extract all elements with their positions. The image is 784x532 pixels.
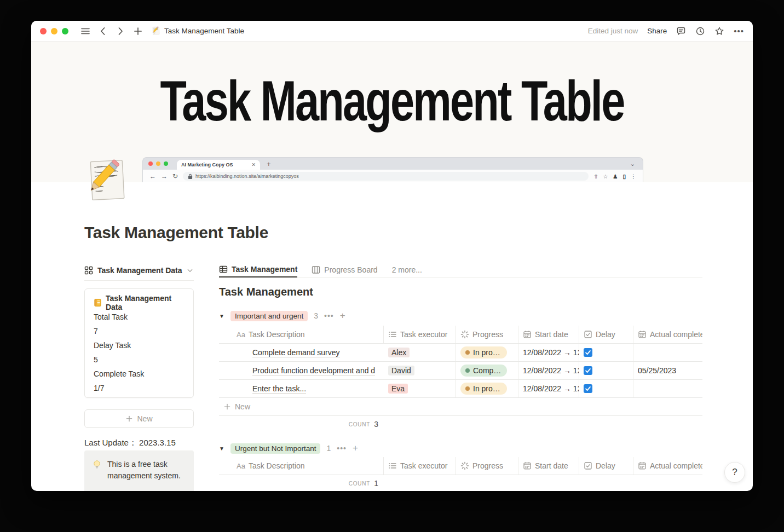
cell-description[interactable]: Complete demand survey xyxy=(219,344,384,361)
table-header-row: Aa Task Description Task executor Progre… xyxy=(219,457,702,475)
column-header-progress[interactable]: Progress xyxy=(456,326,518,343)
tab-close-icon: ✕ xyxy=(251,162,256,167)
cell-delay[interactable] xyxy=(579,362,633,379)
minimize-window-button[interactable] xyxy=(51,28,57,34)
count-calculation[interactable]: COUNT 3 xyxy=(219,416,384,432)
cell-progress[interactable]: Completed xyxy=(456,362,518,379)
cell-start-date[interactable]: 12/08/2022 → 12 xyxy=(518,362,579,379)
close-window-button[interactable] xyxy=(40,28,47,34)
group-add-icon[interactable]: + xyxy=(340,310,345,321)
column-header-progress[interactable]: Progress xyxy=(456,457,518,475)
zoom-window-button[interactable] xyxy=(62,28,68,34)
count-calculation[interactable]: COUNT 1 xyxy=(219,475,384,491)
column-header-actual-complete[interactable]: Actual complete xyxy=(633,457,702,475)
cell-description[interactable]: Product function development and d xyxy=(219,362,384,379)
column-header-start-date[interactable]: Start date xyxy=(518,457,579,475)
table-view-icon xyxy=(219,265,228,274)
stat-value: 5 xyxy=(94,352,185,367)
checked-checkbox[interactable] xyxy=(584,384,592,393)
browser-minimize-dot xyxy=(156,161,160,166)
cell-executor[interactable]: David xyxy=(384,362,456,379)
favorite-star-icon[interactable] xyxy=(714,26,724,36)
stat-label: Total Task xyxy=(94,310,185,324)
browser-zoom-dot xyxy=(164,161,168,166)
cell-progress[interactable]: In progress xyxy=(456,380,518,397)
calendar-icon xyxy=(523,330,532,339)
checked-checkbox[interactable] xyxy=(584,366,592,375)
cell-delay[interactable] xyxy=(579,380,633,397)
list-icon xyxy=(388,330,397,339)
summary-card[interactable]: Task Management Data Total Task 7 Delay … xyxy=(84,288,194,398)
column-header-start-date[interactable]: Start date xyxy=(518,326,579,343)
group-options-icon[interactable]: ••• xyxy=(337,444,347,453)
cell-actual-complete[interactable]: 05/25/2023 xyxy=(633,362,702,379)
add-row-button[interactable]: New xyxy=(219,398,702,416)
group-count: 3 xyxy=(314,311,318,320)
comments-icon[interactable] xyxy=(676,26,686,36)
breadcrumb[interactable]: Task Management Table xyxy=(152,26,244,36)
tab-more-views[interactable]: 2 more... xyxy=(392,262,422,277)
stat-label: Delay Task xyxy=(94,338,185,352)
cell-actual-complete[interactable] xyxy=(633,380,702,397)
group-tag[interactable]: Urgent but Not Important xyxy=(230,443,321,454)
status-pill: In progress xyxy=(460,383,507,395)
browser-share-icon: ⇧ xyxy=(593,174,598,180)
cell-delay[interactable] xyxy=(579,344,633,361)
checked-checkbox[interactable] xyxy=(584,348,592,357)
checkbox-icon xyxy=(584,330,592,339)
text-type-icon: Aa xyxy=(237,462,245,470)
status-spinner-icon xyxy=(460,461,469,470)
page-icon-memo[interactable] xyxy=(86,158,129,205)
browser-tab-title: AI Marketing Copy OS xyxy=(181,162,251,167)
column-header-actual-complete[interactable]: Actual complete xyxy=(633,326,702,343)
more-options-icon[interactable]: ••• xyxy=(734,26,744,36)
database-title[interactable]: Task Management xyxy=(219,286,313,298)
cell-start-date[interactable]: 12/08/2022 → 12 xyxy=(518,344,579,361)
notion-app-window: Task Management Table Edited just now Sh… xyxy=(31,21,753,491)
group-tag[interactable]: Important and urgent xyxy=(230,311,308,321)
left-column-divider xyxy=(84,280,194,281)
page-title[interactable]: Task Management Table xyxy=(84,223,268,242)
browser-bookmark-icon: ☆ xyxy=(603,174,608,180)
column-header-description[interactable]: Aa Task Description xyxy=(219,326,384,343)
browser-toolbar-icons: ⇧ ☆ ♟ ▯ ⋮ xyxy=(593,174,636,180)
table-row: Product function development and d David… xyxy=(219,362,702,380)
column-header-executor[interactable]: Task executor xyxy=(384,457,456,475)
cell-start-date[interactable]: 12/08/2022 → 12 xyxy=(518,380,579,397)
column-header-description[interactable]: Aa Task Description xyxy=(219,457,384,475)
linked-database-selector[interactable]: Task Management Data xyxy=(84,263,194,278)
help-button[interactable]: ? xyxy=(724,462,745,483)
collapse-triangle-icon[interactable]: ▼ xyxy=(219,446,224,452)
cell-executor[interactable]: Alex xyxy=(384,344,456,361)
new-tab-icon[interactable] xyxy=(133,26,143,36)
sidebar-toggle-icon[interactable] xyxy=(80,26,90,36)
group-add-icon[interactable]: + xyxy=(353,443,358,454)
sidebar-new-label: New xyxy=(137,414,152,423)
cell-progress[interactable]: In progress xyxy=(456,344,518,361)
collection-grid-icon xyxy=(84,266,93,275)
sidebar-new-button[interactable]: New xyxy=(84,409,194,428)
group-options-icon[interactable]: ••• xyxy=(324,311,334,320)
forward-icon[interactable] xyxy=(116,26,125,36)
table-group-1: Aa Task Description Task executor Progre… xyxy=(219,326,702,432)
text-type-icon: Aa xyxy=(237,331,245,339)
back-icon[interactable] xyxy=(98,26,108,36)
cell-actual-complete[interactable] xyxy=(633,344,702,361)
share-button[interactable]: Share xyxy=(647,27,667,35)
tab-task-management[interactable]: Task Management xyxy=(219,262,297,277)
history-icon[interactable] xyxy=(695,26,705,36)
cover-big-title: Task Management Table xyxy=(67,68,717,134)
collapse-triangle-icon[interactable]: ▼ xyxy=(219,313,224,319)
tab-progress-board[interactable]: Progress Board xyxy=(312,262,377,277)
cell-executor[interactable]: Eva xyxy=(384,380,456,397)
calendar-icon xyxy=(523,461,532,470)
last-update-line[interactable]: Last Update： 2023.3.15 xyxy=(84,438,176,448)
column-header-executor[interactable]: Task executor xyxy=(384,326,456,343)
column-header-delay[interactable]: Delay xyxy=(579,326,633,343)
view-tabs: Task Management Progress Board 2 more... xyxy=(219,262,702,277)
column-header-delay[interactable]: Delay xyxy=(579,457,633,475)
callout-block[interactable]: This is a free task management system. xyxy=(84,450,194,491)
browser-back-icon: ← xyxy=(149,172,156,180)
cell-description[interactable]: Enter the task... xyxy=(219,380,384,397)
status-spinner-icon xyxy=(460,330,469,339)
